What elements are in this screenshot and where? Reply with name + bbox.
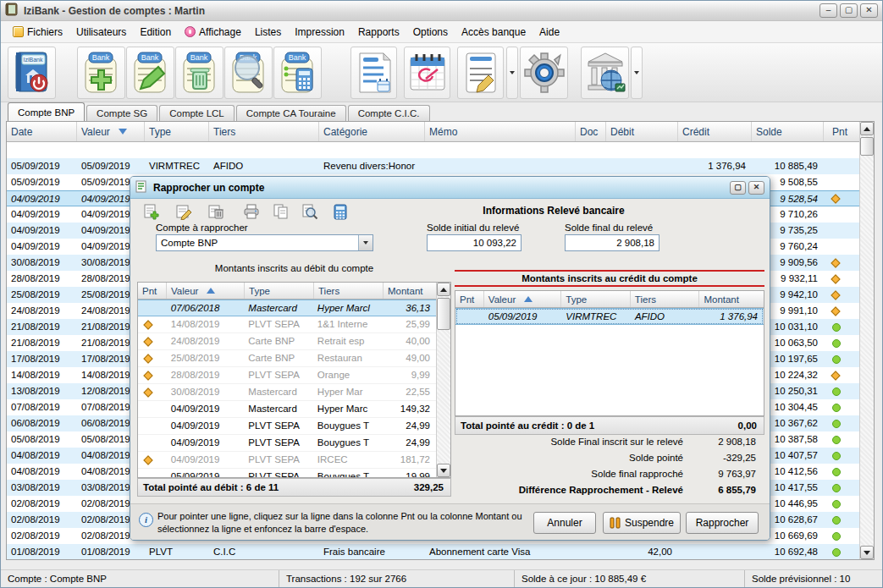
debit-scroll-thumb[interactable]	[437, 298, 450, 330]
menu-item[interactable]: Affichage	[178, 23, 248, 41]
debit-col-valeur[interactable]: Valeur	[167, 283, 245, 299]
statement-row[interactable]: 07/06/2018 Mastercard Hyper Marcl 36,13	[138, 299, 436, 316]
statement-row[interactable]: 24/08/2019 Carte BNP Retrait esp 40,00	[138, 333, 436, 350]
dialog-copy-button[interactable]	[272, 202, 290, 221]
dialog-add-button[interactable]	[142, 202, 161, 221]
menu-item[interactable]: Accès banque	[455, 23, 533, 41]
dialog-calculator-button[interactable]	[331, 202, 350, 221]
scheduler-button[interactable]	[404, 47, 450, 99]
menu-item-label: Listes	[255, 26, 281, 38]
izibank-home-button[interactable]: IziBank	[8, 47, 56, 99]
menu-item[interactable]: Impression	[288, 23, 351, 41]
credit-col-type[interactable]: Type	[561, 291, 631, 307]
menu-item[interactable]: Fichiers	[6, 23, 69, 41]
account-tab[interactable]: Compte LCL	[159, 105, 235, 121]
col-tiers[interactable]: Tiers	[209, 122, 319, 141]
dialog-close-button[interactable]: ✕	[748, 181, 764, 195]
col-type[interactable]: Type	[145, 122, 209, 141]
account-select[interactable]: Compte BNP	[156, 234, 373, 251]
settings-button[interactable]	[520, 47, 568, 99]
dialog-edit-button[interactable]	[174, 202, 193, 221]
minimize-button[interactable]: –	[820, 3, 837, 18]
transactions-list-button[interactable]	[350, 47, 397, 99]
account-search-button[interactable]: Bank	[224, 47, 273, 99]
account-select-arrow[interactable]	[358, 235, 373, 250]
menu-item-label: Rapports	[358, 26, 400, 38]
window-title: IziBank - Gestion de comptes : Martin	[24, 5, 205, 17]
statement-row[interactable]: 28/08/2019 PLVT SEPA Orange 9,99	[138, 367, 436, 384]
col-categorie[interactable]: Catégorie	[319, 122, 425, 141]
suspend-button[interactable]: Suspendre	[603, 512, 681, 534]
col-doc[interactable]: Doc	[576, 122, 606, 141]
credit-col-valeur[interactable]: Valeur	[484, 291, 561, 307]
menu-item[interactable]: Edition	[133, 23, 178, 41]
debit-scrollbar[interactable]	[436, 283, 450, 477]
credit-col-pnt[interactable]: Pnt	[455, 291, 484, 307]
scroll-thumb[interactable]	[860, 137, 874, 156]
account-tab[interactable]: Compte C.I.C.	[348, 105, 430, 121]
statement-row[interactable]: 04/09/2019 PLVT SEPA Bouygues T 24,99	[138, 418, 436, 435]
menu-item[interactable]: Listes	[248, 23, 288, 41]
account-calc-button[interactable]: Bank	[273, 47, 322, 99]
close-button[interactable]: ✕	[860, 3, 878, 18]
debit-scroll-down[interactable]	[437, 464, 450, 477]
transaction-row[interactable]: 05/09/2019 05/09/2019 VIRMTREC AFIDO Rev…	[7, 158, 859, 174]
menubar: Fichiers Utilisateurs Edition Affichage …	[1, 21, 882, 43]
scroll-down-button[interactable]	[860, 546, 874, 559]
menu-item[interactable]: Options	[406, 23, 455, 41]
statement-row[interactable]: 04/09/2019 Mastercard Hyper Marc 149,32	[138, 401, 436, 418]
dialog-maximize-button[interactable]: ▢	[730, 181, 746, 195]
menu-item[interactable]: Utilisateurs	[69, 23, 133, 41]
debit-col-montant[interactable]: Montant	[384, 283, 438, 299]
dialog-search-button[interactable]	[301, 202, 319, 221]
col-valeur[interactable]: Valeur	[77, 122, 145, 141]
transaction-row[interactable]	[7, 142, 859, 158]
initial-balance-input[interactable]	[427, 234, 522, 251]
statement-row[interactable]: 04/09/2019 PLVT SEPA IRCEC 181,72	[138, 452, 436, 469]
sort-asc-icon	[524, 296, 533, 302]
col-debit[interactable]: Débit	[606, 122, 678, 141]
account-edit-button[interactable]: Bank	[126, 47, 174, 99]
dialog-delete-button[interactable]	[207, 202, 225, 221]
statement-row[interactable]: 25/08/2019 Carte BNP Restauran 49,00	[138, 350, 436, 367]
debit-col-tiers[interactable]: Tiers	[314, 283, 384, 299]
final-balance-input[interactable]	[565, 234, 659, 251]
debit-scroll-up[interactable]	[437, 283, 450, 296]
notes-button[interactable]	[457, 47, 504, 99]
col-credit[interactable]: Crédit	[678, 122, 752, 141]
dialog-print-button[interactable]	[242, 202, 261, 221]
debit-table-header: Pnt Valeur Type Tiers Montant	[138, 283, 450, 299]
main-vertical-scrollbar[interactable]	[859, 122, 874, 559]
statement-row[interactable]: 04/09/2019 PLVT SEPA Bouygues T 24,99	[138, 435, 436, 452]
reconcile-button[interactable]: Rapprocher	[686, 512, 759, 534]
credit-col-tiers[interactable]: Tiers	[631, 291, 700, 307]
debit-col-pnt[interactable]: Pnt	[138, 283, 167, 299]
col-solde[interactable]: Solde	[752, 122, 824, 141]
account-tab[interactable]: Compte SG	[86, 105, 157, 121]
online-banking-button[interactable]	[581, 47, 629, 99]
statement-row[interactable]: 05/09/2019 VIRMTREC AFIDO 1 376,94	[455, 308, 764, 325]
col-memo[interactable]: Mémo	[425, 122, 576, 141]
pointing-marker	[832, 387, 841, 396]
debit-col-type[interactable]: Type	[245, 283, 314, 299]
statement-row[interactable]: 14/08/2019 PLVT SEPA 1&1 Interne 25,99	[138, 316, 436, 333]
statement-row[interactable]: 30/08/2019 Mastercard Hyper Mar 22,55	[138, 384, 436, 401]
col-pnt[interactable]: Pnt	[824, 122, 859, 141]
account-tab[interactable]: Compte CA Touraine	[236, 105, 346, 121]
credit-col-montant[interactable]: Montant	[699, 291, 764, 307]
cancel-button[interactable]: Annuler	[533, 512, 596, 534]
account-tab[interactable]: Compte BNP	[8, 102, 85, 121]
account-add-button[interactable]: Bank	[77, 47, 125, 99]
account-delete-button[interactable]: Bank	[175, 47, 224, 99]
pointing-marker	[832, 484, 841, 492]
menu-item[interactable]: Aide	[533, 23, 566, 41]
transaction-row[interactable]: 01/08/2019 01/08/2019 PLVT C.I.C Frais b…	[7, 544, 859, 560]
menu-item[interactable]: Rapports	[351, 23, 406, 41]
summary-value: -329,25	[698, 453, 764, 463]
col-date[interactable]: Date	[7, 122, 77, 141]
notes-dropdown-arrow[interactable]	[506, 47, 518, 99]
maximize-button[interactable]: ▢	[840, 3, 858, 18]
online-banking-dropdown-arrow[interactable]	[631, 47, 643, 99]
statement-row[interactable]: 05/09/2019 PLVT SEPA Bouygues T 19,99	[138, 469, 436, 477]
scroll-up-button[interactable]	[860, 122, 874, 135]
